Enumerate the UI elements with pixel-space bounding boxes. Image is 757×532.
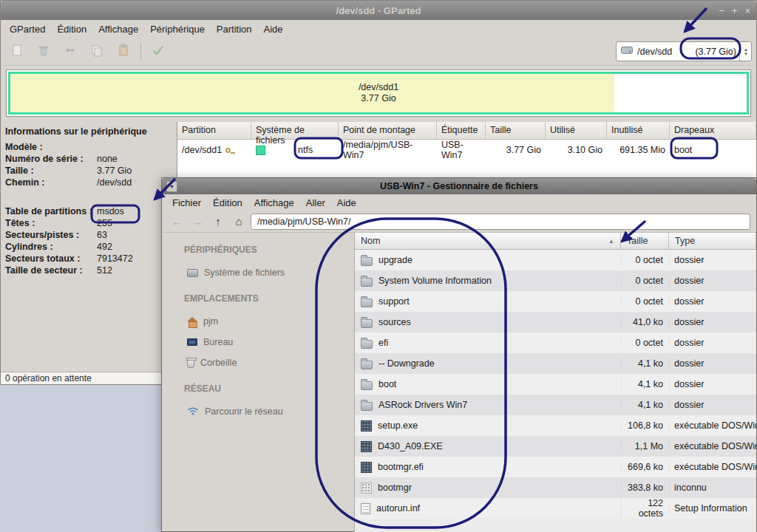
file-row[interactable]: ASRock Drivers Win7 4,1 ko dossier bbox=[355, 395, 756, 415]
file-name-cell: upgrade bbox=[355, 255, 621, 266]
info-label: Secteurs totaux : bbox=[5, 253, 97, 265]
fm-titlebar[interactable]: ▼ USB-Win7 - Gestionnaire de fichiers bbox=[162, 178, 756, 194]
resize-move-button[interactable] bbox=[57, 41, 84, 63]
file-type-cell: dossier bbox=[669, 317, 756, 327]
column-header[interactable]: Taille bbox=[486, 122, 546, 140]
home-button[interactable]: ⌂ bbox=[230, 214, 248, 230]
column-header[interactable]: Étiquette bbox=[437, 122, 486, 140]
file-size-cell: 0 octet bbox=[621, 338, 669, 348]
label-cell: USB-Win7 bbox=[437, 140, 486, 160]
minimize-icon[interactable]: − bbox=[719, 6, 724, 16]
sidebar-item-trash[interactable]: Corbeille bbox=[162, 352, 354, 373]
filesystem-value: ntfs bbox=[298, 145, 313, 155]
column-header[interactable]: Drapeaux bbox=[670, 122, 756, 140]
device-info-row: Chemin : /dev/sdd bbox=[5, 177, 172, 188]
file-icon bbox=[361, 381, 373, 390]
menu-item[interactable]: Édition bbox=[51, 22, 92, 36]
device-size: (3.77 Gio) bbox=[695, 47, 736, 57]
spin-down-icon[interactable]: ▼ bbox=[744, 52, 748, 56]
copy-button[interactable] bbox=[84, 41, 110, 63]
file-row[interactable]: bootmgr 383,8 ko inconnu bbox=[355, 477, 756, 498]
menu-item[interactable]: Aller bbox=[300, 196, 331, 210]
column-header[interactable]: Inutilisé bbox=[607, 122, 670, 140]
sidebar-item-label: Système de fichiers bbox=[204, 267, 285, 278]
device-selector[interactable]: /dev/sdd (3.77 Gio) ▲ ▼ bbox=[616, 41, 752, 61]
device-info-row: Cylindres : 492 bbox=[5, 241, 172, 253]
info-label: Table de partitions : bbox=[5, 205, 97, 217]
menu-item[interactable]: Périphérique bbox=[144, 22, 211, 36]
file-type-cell: dossier bbox=[669, 276, 756, 286]
file-name: upgrade bbox=[378, 255, 413, 265]
sidebar-item-browse-network[interactable]: Parcourir le réseau bbox=[162, 401, 354, 422]
partition-visual-bar[interactable]: /dev/sdd1 3.77 Gio bbox=[8, 72, 749, 115]
menu-item[interactable]: Aide bbox=[258, 22, 289, 36]
device-spinner[interactable]: ▲ ▼ bbox=[739, 42, 750, 61]
window-menu-button[interactable]: ▼ bbox=[166, 181, 177, 192]
menu-item[interactable]: Édition bbox=[207, 196, 248, 210]
sidebar-item-home[interactable]: pjm bbox=[162, 311, 354, 332]
sidebar-item-filesystem[interactable]: Système de fichiers bbox=[162, 262, 354, 283]
file-row[interactable]: support 0 octet dossier bbox=[355, 291, 756, 312]
device-info-row: Secteurs totaux : 7913472 bbox=[5, 253, 172, 265]
menu-item[interactable]: Aide bbox=[331, 196, 362, 210]
file-row[interactable]: boot 4,1 ko dossier bbox=[355, 374, 756, 395]
column-header[interactable]: Partition bbox=[177, 122, 251, 140]
menu-item[interactable]: Affichage bbox=[92, 22, 144, 36]
file-icon bbox=[361, 319, 373, 328]
file-icon bbox=[361, 441, 372, 452]
menu-item[interactable]: Fichier bbox=[166, 196, 207, 210]
file-row[interactable]: D430_A09.EXE 1,1 Mo exécutable DOS/Win bbox=[355, 436, 756, 457]
info-value: none bbox=[97, 153, 172, 165]
file-icon bbox=[361, 402, 373, 411]
file-row[interactable]: upgrade 0 octet dossier bbox=[355, 250, 756, 270]
path-input[interactable] bbox=[251, 214, 750, 230]
file-row[interactable]: System Volume Information 0 octet dossie… bbox=[355, 270, 756, 291]
file-list: Nom ▲ Taille Type upgrade 0 octet dossie… bbox=[354, 233, 756, 532]
sidebar-item-desktop[interactable]: Bureau bbox=[162, 332, 354, 352]
chevron-down-icon: ▼ bbox=[169, 184, 174, 189]
file-size-cell: 0 octet bbox=[621, 255, 669, 265]
file-name-cell: boot bbox=[355, 379, 621, 390]
column-header[interactable]: Point de montage bbox=[339, 122, 437, 140]
file-name: efi bbox=[378, 338, 388, 348]
file-type-cell: exécutable DOS/Win bbox=[669, 462, 756, 472]
back-button[interactable]: ← bbox=[168, 214, 186, 230]
apply-operations-button[interactable] bbox=[145, 41, 172, 63]
file-icon bbox=[361, 420, 372, 432]
column-header-type[interactable]: Type bbox=[669, 233, 756, 250]
menu-item[interactable]: Affichage bbox=[248, 196, 300, 210]
new-partition-button[interactable] bbox=[4, 41, 30, 63]
file-row[interactable]: -- Downgrade 4,1 ko dossier bbox=[355, 353, 756, 374]
gparted-titlebar[interactable]: /dev/sdd - GParted − + × bbox=[1, 1, 756, 20]
info-label: Chemin : bbox=[5, 177, 97, 188]
column-header[interactable]: Système de fichiers bbox=[251, 122, 339, 140]
column-header-size[interactable]: Taille bbox=[621, 233, 669, 250]
file-rows: upgrade 0 octet dossier System Volume In… bbox=[355, 250, 756, 519]
sidebar-item-label: Corbeille bbox=[200, 358, 237, 368]
paste-button[interactable] bbox=[110, 41, 137, 63]
column-header-name[interactable]: Nom ▲ bbox=[355, 233, 621, 250]
sidebar-section-places: EMPLACEMENTS bbox=[162, 293, 354, 304]
close-icon[interactable]: × bbox=[744, 6, 750, 16]
maximize-icon[interactable]: + bbox=[732, 6, 738, 16]
file-type-cell: exécutable DOS/Win bbox=[669, 441, 756, 451]
wifi-icon bbox=[187, 406, 199, 417]
device-info-row: Taille de secteur : 512 bbox=[5, 265, 172, 276]
file-row[interactable]: sources 41,0 ko dossier bbox=[355, 312, 756, 332]
file-row[interactable]: setup.exe 106,8 ko exécutable DOS/Win bbox=[355, 415, 756, 436]
file-row[interactable]: bootmgr.efi 669,6 ko exécutable DOS/Win bbox=[355, 457, 756, 477]
file-row[interactable]: efi 0 octet dossier bbox=[355, 332, 756, 353]
forward-button[interactable]: → bbox=[189, 214, 206, 230]
trash-icon bbox=[187, 359, 194, 368]
info-label: Numéro de série : bbox=[5, 153, 97, 165]
gparted-window-buttons: − + × bbox=[719, 6, 750, 16]
delete-partition-button[interactable] bbox=[30, 41, 57, 63]
column-header[interactable]: Utilisé bbox=[546, 122, 607, 140]
menu-item[interactable]: GParted bbox=[4, 22, 51, 36]
fm-navbar: ← → ↑ ⌂ bbox=[162, 211, 756, 233]
file-name-cell: bootmgr.efi bbox=[355, 462, 621, 473]
up-button[interactable]: ↑ bbox=[209, 214, 227, 230]
file-row[interactable]: autorun.inf 122 octets Setup Information bbox=[355, 498, 756, 519]
menu-item[interactable]: Partition bbox=[211, 22, 258, 36]
file-icon bbox=[361, 340, 373, 349]
